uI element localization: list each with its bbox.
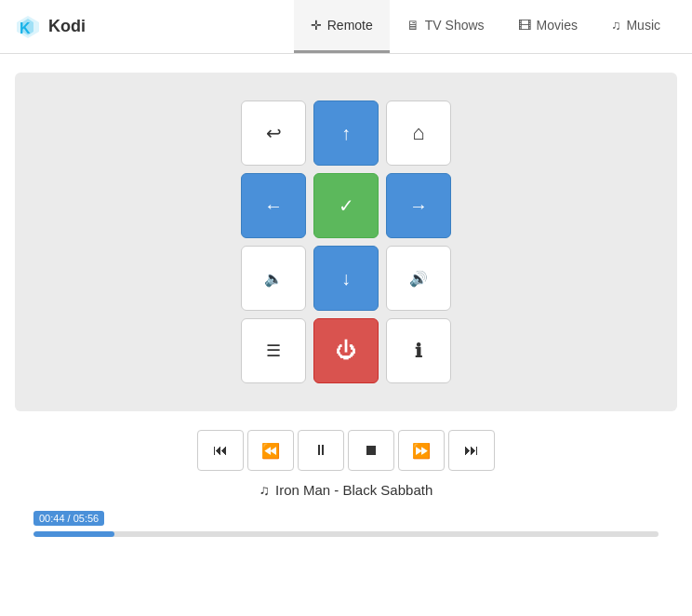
kodi-logo-icon: K [15, 14, 41, 40]
progress-bar-fill [33, 531, 114, 537]
rewind-button[interactable]: ⏪ [247, 430, 294, 471]
remote-grid: ↩ ↑ ⌂ ← ✓ → 🔈 ↓ 🔊 ☰ ⏻ ℹ [241, 100, 451, 383]
vol-down-button[interactable]: 🔈 [241, 246, 306, 311]
menu-button[interactable]: ☰ [241, 318, 306, 383]
header: K Kodi ✛ Remote 🖥 TV Shows 🎞 Movies ♫ Mu… [0, 0, 692, 54]
right-button[interactable]: → [386, 173, 451, 238]
logo-area: K Kodi [15, 14, 86, 40]
tab-music-label: Music [626, 18, 660, 33]
prev-track-button[interactable]: ⏮ [197, 430, 244, 471]
tab-tvshows[interactable]: 🖥 TV Shows [390, 0, 501, 53]
remote-icon: ✛ [311, 18, 322, 33]
nav-tabs: ✛ Remote 🖥 TV Shows 🎞 Movies ♫ Music [294, 0, 677, 53]
vol-up-button[interactable]: 🔊 [386, 246, 451, 311]
svg-text:K: K [20, 20, 31, 36]
back-button[interactable]: ↩ [241, 100, 306, 166]
next-track-button[interactable]: ⏭ [448, 430, 495, 471]
stop-button[interactable]: ⏹ [348, 430, 394, 471]
tab-movies-label: Movies [537, 18, 578, 33]
tab-movies[interactable]: 🎞 Movies [501, 0, 594, 53]
playback-section: ⏮ ⏪ ⏸ ⏹ ⏩ ⏭ ♫ Iron Man - Black Sabbath 0… [15, 430, 677, 537]
remote-panel: ↩ ↑ ⌂ ← ✓ → 🔈 ↓ 🔊 ☰ ⏻ ℹ [15, 73, 677, 411]
tab-remote-label: Remote [327, 18, 373, 33]
app-title: Kodi [48, 17, 86, 36]
fast-forward-button[interactable]: ⏩ [398, 430, 445, 471]
music-icon: ♫ [611, 18, 621, 33]
playback-controls: ⏮ ⏪ ⏸ ⏹ ⏩ ⏭ [197, 430, 495, 471]
ok-button[interactable]: ✓ [313, 173, 379, 238]
main-content: ↩ ↑ ⌂ ← ✓ → 🔈 ↓ 🔊 ☰ ⏻ ℹ ⏮ ⏪ ⏸ ⏹ ⏩ ⏭ [0, 54, 692, 556]
time-display: 00:44 / 05:56 [33, 511, 104, 526]
film-icon: 🎞 [518, 18, 531, 33]
up-button[interactable]: ↑ [313, 100, 379, 166]
left-button[interactable]: ← [241, 173, 306, 238]
tab-music[interactable]: ♫ Music [594, 0, 677, 53]
music-note-icon: ♫ [260, 482, 270, 498]
pause-button[interactable]: ⏸ [298, 430, 344, 471]
home-button[interactable]: ⌂ [386, 100, 451, 166]
now-playing: ♫ Iron Man - Black Sabbath [260, 482, 433, 498]
info-button[interactable]: ℹ [386, 318, 451, 383]
now-playing-text: Iron Man - Black Sabbath [275, 482, 432, 498]
tv-icon: 🖥 [406, 18, 419, 33]
tab-remote[interactable]: ✛ Remote [294, 0, 390, 53]
progress-bar[interactable] [33, 531, 659, 537]
tab-tvshows-label: TV Shows [425, 18, 485, 33]
progress-section: 00:44 / 05:56 [30, 509, 662, 537]
down-button[interactable]: ↓ [313, 246, 379, 311]
power-button[interactable]: ⏻ [313, 318, 379, 383]
